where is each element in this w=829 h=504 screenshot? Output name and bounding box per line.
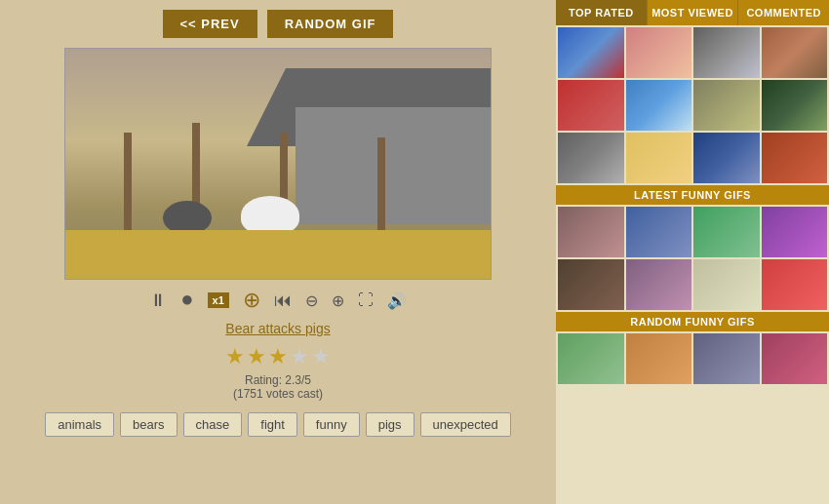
pause-button[interactable]: ⏸ — [149, 291, 167, 311]
gif-container: gfycat.com — [64, 48, 492, 280]
top-buttons: << PREV RANDOM GIF — [20, 10, 536, 38]
latest-grid — [556, 205, 829, 312]
animal-white — [241, 196, 299, 235]
latest-thumb-3[interactable] — [693, 207, 760, 257]
minus-button[interactable]: ● — [180, 287, 193, 312]
latest-thumb-2[interactable] — [626, 207, 692, 257]
zoom-out-button[interactable]: ⊖ — [305, 291, 318, 310]
star-5[interactable]: ★ — [311, 344, 331, 369]
random-thumb-1[interactable] — [558, 333, 624, 384]
tags-row: animals bears chase fight funny pigs une… — [45, 412, 511, 437]
plus-button[interactable]: ⊕ — [243, 288, 260, 313]
prev-button[interactable]: << PREV — [163, 10, 257, 38]
right-panel: TOP RATED MOST VIEWED COMMENTED LATEST F… — [556, 0, 829, 504]
rewind-button[interactable]: ⏮ — [274, 291, 292, 311]
tag-pigs[interactable]: pigs — [366, 412, 414, 437]
star-1[interactable]: ★ — [225, 344, 245, 369]
tag-chase[interactable]: chase — [183, 412, 243, 437]
tab-most-viewed[interactable]: MOST VIEWED — [648, 0, 739, 25]
latest-section-header: LATEST FUNNY GIFS — [556, 185, 829, 205]
thumb-5[interactable] — [558, 80, 624, 131]
latest-thumb-8[interactable] — [762, 259, 828, 310]
thumb-2[interactable] — [626, 27, 692, 78]
stars-row: ★ ★ ★ ★ ★ — [225, 344, 331, 369]
random-gif-button[interactable]: RANDOM GIF — [267, 10, 394, 38]
thumb-11[interactable] — [693, 133, 760, 183]
thumb-10[interactable] — [626, 133, 692, 183]
tag-funny[interactable]: funny — [303, 412, 360, 437]
controls-bar: ⏸ ● x1 ⊕ ⏮ ⊖ ⊕ ⛶ 🔊 — [149, 288, 407, 313]
latest-thumb-6[interactable] — [626, 259, 692, 310]
thumb-7[interactable] — [693, 80, 760, 131]
thumb-6[interactable] — [626, 80, 692, 131]
zoom-in-button[interactable]: ⊕ — [332, 291, 344, 310]
random-thumb-3[interactable] — [693, 333, 760, 384]
star-3[interactable]: ★ — [268, 344, 288, 369]
rating-text: Rating: 2.3/5 (1751 votes cast) — [233, 373, 323, 401]
top-rated-grid — [556, 25, 829, 185]
x1-button[interactable]: x1 — [208, 292, 229, 308]
latest-thumb-7[interactable] — [693, 259, 760, 310]
latest-thumb-4[interactable] — [762, 207, 828, 257]
tag-unexpected[interactable]: unexpected — [420, 412, 511, 437]
thumb-3[interactable] — [693, 27, 760, 78]
expand-button[interactable]: ⛶ — [358, 291, 374, 309]
gif-title[interactable]: Bear attacks pigs — [225, 321, 330, 336]
random-grid — [556, 331, 829, 386]
tab-bar: TOP RATED MOST VIEWED COMMENTED — [556, 0, 829, 25]
thumb-1[interactable] — [558, 27, 624, 78]
tab-top-rated[interactable]: TOP RATED — [556, 0, 648, 25]
random-thumb-2[interactable] — [626, 333, 692, 384]
thumb-8[interactable] — [762, 80, 828, 131]
star-2[interactable]: ★ — [247, 344, 266, 369]
latest-thumb-1[interactable] — [558, 207, 624, 257]
star-4[interactable]: ★ — [290, 344, 309, 369]
thumb-12[interactable] — [762, 133, 828, 183]
random-section-header: RANDOM FUNNY GIFS — [556, 312, 829, 331]
random-thumb-4[interactable] — [762, 333, 828, 384]
left-panel: << PREV RANDOM GIF gfycat.com ⏸ ● x1 ⊕ ⏮… — [0, 0, 556, 504]
sound-button[interactable]: 🔊 — [387, 291, 407, 310]
thumb-4[interactable] — [762, 27, 828, 78]
votes-cast: (1751 votes cast) — [233, 387, 323, 401]
thumb-9[interactable] — [558, 133, 624, 183]
latest-thumb-5[interactable] — [558, 259, 624, 310]
tag-bears[interactable]: bears — [120, 412, 178, 437]
gif-scene — [65, 49, 491, 279]
tab-commented[interactable]: COMMENTED — [738, 0, 829, 25]
rating-value: Rating: 2.3/5 — [245, 373, 311, 387]
tag-animals[interactable]: animals — [45, 412, 114, 437]
hay-ground — [65, 230, 491, 279]
shed-wall — [296, 107, 491, 224]
tag-fight[interactable]: fight — [248, 412, 297, 437]
